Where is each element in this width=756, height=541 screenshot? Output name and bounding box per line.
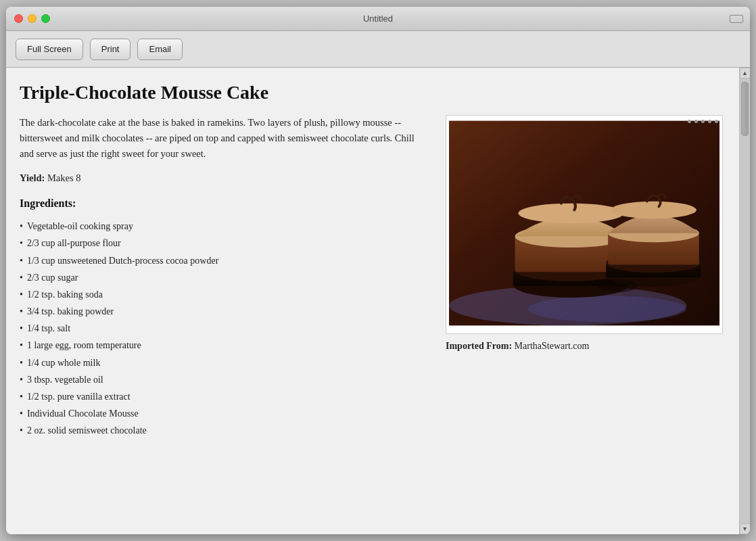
recipe-right-column: Imported From: MarthaStewart.com: [446, 115, 723, 352]
list-item: 1/3 cup unsweetened Dutch-process cocoa …: [20, 252, 429, 269]
yield-value: Makes 8: [47, 172, 81, 183]
recipe-title: Triple-Chocolate Mousse Cake: [20, 81, 723, 104]
list-item: 3 tbsp. vegetable oil: [20, 371, 429, 388]
window-title: Untitled: [363, 14, 393, 24]
list-item: 1/2 tsp. baking soda: [20, 286, 429, 303]
ingredients-header: Ingredients:: [20, 197, 429, 210]
dot-4: [708, 120, 711, 123]
dot-5: [715, 120, 718, 123]
toolbar: Full Screen Print Email: [6, 31, 750, 68]
recipe-layout: The dark-chocolate cake at the base is b…: [20, 115, 723, 440]
traffic-lights: [14, 14, 50, 23]
dot-1: [688, 120, 691, 123]
scrollbar[interactable]: ▲ ▼: [739, 68, 750, 534]
dot-2: [694, 120, 698, 123]
list-item: 1/2 tsp. pure vanilla extract: [20, 388, 429, 405]
fullscreen-button[interactable]: Full Screen: [16, 39, 83, 60]
recipe-left-column: The dark-chocolate cake at the base is b…: [20, 115, 429, 440]
minimize-button[interactable]: [28, 14, 37, 23]
svg-point-18: [598, 279, 638, 293]
scroll-down-arrow[interactable]: ▼: [740, 523, 751, 534]
list-item: 1/4 cup whole milk: [20, 354, 429, 371]
imported-from: Imported From: MarthaStewart.com: [446, 341, 723, 352]
yield-line: Yield: Makes 8: [20, 172, 429, 184]
image-dots: [688, 120, 718, 123]
main-content[interactable]: Triple-Chocolate Mousse Cake The dark-ch…: [6, 68, 739, 534]
list-item: 3/4 tsp. baking powder: [20, 303, 429, 320]
close-button[interactable]: [14, 14, 23, 23]
list-item: 2/3 cup sugar: [20, 269, 429, 286]
dot-3: [701, 120, 705, 123]
svg-point-10: [518, 203, 623, 222]
resize-button[interactable]: [730, 15, 743, 23]
ingredients-list: Vegetable-oil cooking spray2/3 cup all-p…: [20, 218, 429, 439]
list-item: Vegetable-oil cooking spray: [20, 218, 429, 235]
list-item: 1 large egg, room temperature: [20, 337, 429, 354]
list-item: 2/3 cup all-purpose flour: [20, 235, 429, 252]
scroll-up-arrow[interactable]: ▲: [740, 68, 751, 78]
cake-image: [449, 118, 719, 328]
imported-source: MarthaStewart.com: [515, 341, 590, 351]
scroll-thumb[interactable]: [741, 82, 749, 136]
list-item: Individual Chocolate Mousse: [20, 405, 429, 422]
list-item: 1/4 tsp. salt: [20, 320, 429, 337]
content-wrapper: Triple-Chocolate Mousse Cake The dark-ch…: [6, 68, 750, 534]
print-button[interactable]: Print: [90, 39, 131, 60]
imported-label: Imported From:: [446, 341, 512, 351]
recipe-description: The dark-chocolate cake at the base is b…: [20, 115, 429, 162]
list-item: 2 oz. solid semisweet chocolate: [20, 422, 429, 439]
title-bar: Untitled: [6, 7, 750, 31]
recipe-image-container: [446, 115, 723, 334]
svg-point-17: [611, 201, 696, 218]
yield-label: Yield:: [20, 172, 45, 183]
svg-point-3: [528, 296, 686, 322]
scroll-track[interactable]: [740, 78, 750, 523]
email-button[interactable]: Email: [137, 39, 183, 60]
maximize-button[interactable]: [41, 14, 50, 23]
main-window: Untitled Full Screen Print Email Triple-…: [6, 7, 750, 534]
